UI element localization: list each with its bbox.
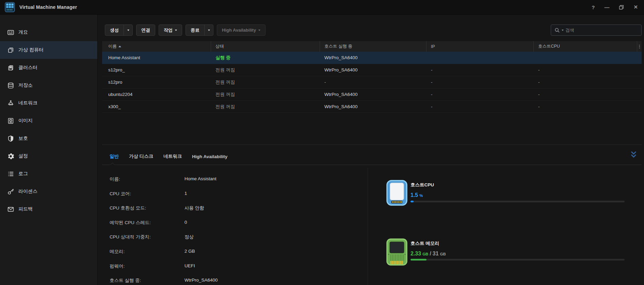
detail-field-row: 예약된 CPU 스레드:0 — [110, 220, 354, 234]
host-cpu-bar — [410, 201, 625, 202]
tab-일반[interactable]: 일반 — [110, 153, 119, 160]
search-scope-arrow[interactable] — [562, 30, 564, 31]
sidebar-item-label: 네트워크 — [18, 100, 37, 106]
table-row[interactable]: ubuntu2204전원 꺼짐WtrPro_SA6400-- — [102, 88, 642, 101]
detail-field-label: 이름: — [110, 176, 184, 182]
detail-field-row: 호스트 실행 중:WtrPro_SA6400 — [110, 278, 354, 285]
shutdown-dropdown-arrow[interactable] — [204, 25, 213, 35]
table-row[interactable]: s12pro_전원 꺼짐WtrPro_SA6400-- — [102, 64, 642, 76]
detail-field-value: Home Assistant — [184, 176, 216, 181]
column-header-cpu[interactable]: 호스트CPU — [534, 41, 637, 52]
app-title: Virtual Machine Manager — [19, 4, 77, 10]
sidebar-item-overview[interactable]: 개요 — [0, 23, 97, 41]
create-button-label[interactable]: 생성 — [105, 25, 124, 35]
toolbar: 생성 연결 작업 종료 High Availability — [105, 24, 642, 36]
detail-field-row: CPU 상대적 가중치:정상 — [110, 234, 354, 249]
detail-field-value: WtrPro_SA6400 — [184, 278, 218, 283]
host-cpu-title: 호스트CPU — [410, 182, 625, 188]
vm-host-cell: WtrPro_SA6400 — [320, 55, 426, 60]
shutdown-button-label[interactable]: 종료 — [186, 25, 204, 35]
sidebar-item-image[interactable]: 이미지 — [0, 112, 97, 130]
overview-icon — [7, 29, 14, 36]
search-box[interactable] — [551, 24, 642, 36]
high-availability-button[interactable]: High Availability — [217, 24, 265, 36]
help-icon[interactable]: ? — [592, 4, 595, 11]
sidebar-item-settings[interactable]: 설정 — [0, 147, 97, 165]
double-chevron-down-icon — [630, 151, 637, 159]
vm-ip-cell: - — [426, 92, 534, 97]
column-header-host[interactable]: 호스트 실행 중 — [320, 41, 426, 52]
column-header-label: 호스트CPU — [538, 44, 560, 49]
host-memory-gauge: 호스트 메모리 2.33GB / 31GB — [368, 238, 642, 269]
vm-cpu-cell: - — [534, 67, 637, 72]
detail-body: 이름:Home AssistantCPU 코어:1CPU 호환성 모드:사용 안… — [102, 165, 642, 265]
create-dropdown-arrow[interactable] — [124, 25, 132, 35]
action-dropdown-arrow — [175, 30, 177, 31]
sidebar-item-label: 클러스터 — [18, 65, 37, 71]
minimize-icon[interactable]: — — [604, 4, 609, 11]
sidebar-item-feedback[interactable]: 피드백 — [0, 200, 97, 218]
vmm-logo-icon — [5, 2, 15, 12]
sidebar-item-label: 피드백 — [18, 206, 33, 212]
high-availability-label: High Availability — [222, 28, 256, 33]
table-row[interactable]: x300_전원 꺼짐WtrPro_SA6400-- — [102, 101, 642, 113]
vm-table: 이름상태호스트 실행 중IP호스트CPU⋮ Home Assistant실행 중… — [102, 41, 642, 113]
sidebar-nav: 개요가상 컴퓨터클러스터저장소네트워크이미지보호설정로그라이센스피드백 — [0, 15, 98, 285]
window-controls: ? — ✕ — [592, 4, 638, 11]
column-header-label: 호스트 실행 중 — [324, 44, 352, 49]
shutdown-button[interactable]: 종료 — [186, 24, 213, 36]
detail-field-label: CPU 상대적 가중치: — [110, 234, 184, 240]
sidebar-item-virtual-machine[interactable]: 가상 컴퓨터 — [0, 41, 97, 59]
close-icon[interactable]: ✕ — [633, 4, 638, 11]
vm-host-cell: WtrPro_SA6400 — [320, 104, 426, 109]
sidebar-item-network[interactable]: 네트워크 — [0, 94, 97, 112]
column-header-ip[interactable]: IP — [426, 41, 534, 52]
detail-field-row: CPU 코어:1 — [110, 191, 354, 205]
vm-ip-cell: - — [426, 80, 534, 85]
create-button[interactable]: 생성 — [105, 24, 133, 36]
tab-네트워크[interactable]: 네트워크 — [163, 153, 182, 160]
sidebar-item-cluster[interactable]: 클러스터 — [0, 59, 97, 77]
column-menu-icon[interactable]: ⋮ — [637, 41, 642, 52]
table-row[interactable]: Home Assistant실행 중WtrPro_SA6400 — [102, 52, 642, 64]
connect-button-label[interactable]: 연결 — [136, 25, 155, 35]
settings-icon — [7, 153, 14, 160]
sidebar-item-log[interactable]: 로그 — [0, 165, 97, 183]
vm-status-cell: 전원 꺼짐 — [211, 91, 320, 98]
vm-host-cell: WtrPro_SA6400 — [320, 67, 426, 72]
table-row[interactable]: s12pro전원 꺼짐--- — [102, 76, 642, 88]
sidebar-item-storage[interactable]: 저장소 — [0, 77, 97, 94]
search-input[interactable] — [565, 28, 638, 33]
vm-general-fields: 이름:Home AssistantCPU 코어:1CPU 호환성 모드:사용 안… — [102, 165, 354, 285]
vm-name-cell: ubuntu2204 — [102, 92, 211, 97]
sidebar-item-label: 보호 — [18, 135, 28, 141]
vm-table-body: Home Assistant실행 중WtrPro_SA6400s12pro_전원… — [102, 52, 642, 113]
column-header-label: 상태 — [215, 44, 224, 49]
collapse-panel-button[interactable] — [630, 150, 637, 159]
sidebar-item-label: 가상 컴퓨터 — [18, 47, 44, 53]
restore-icon[interactable] — [619, 4, 624, 11]
vm-status-cell: 전원 꺼짐 — [211, 67, 320, 73]
cpu-chip-icon — [386, 180, 407, 206]
protection-icon — [7, 135, 14, 142]
sidebar-item-protection[interactable]: 보호 — [0, 130, 97, 147]
detail-field-row: 펌웨어:UEFI — [110, 263, 354, 278]
vm-host-cell: WtrPro_SA6400 — [320, 92, 426, 97]
host-memory-value: 2.33GB / 31GB — [410, 251, 625, 257]
sidebar-item-label: 설정 — [18, 153, 28, 159]
detail-field-value: UEFI — [184, 263, 195, 268]
host-memory-title: 호스트 메모리 — [410, 240, 625, 247]
sidebar-item-license[interactable]: 라이센스 — [0, 183, 97, 200]
tab-high-availability[interactable]: High Availability — [192, 154, 227, 159]
action-button[interactable]: 작업 — [159, 24, 182, 36]
column-header-status[interactable]: 상태 — [211, 41, 320, 52]
detail-field-label: 호스트 실행 중: — [110, 278, 184, 284]
tab-가상-디스크[interactable]: 가상 디스크 — [129, 153, 153, 160]
column-header-name[interactable]: 이름 — [102, 41, 211, 52]
vm-cpu-cell: - — [534, 104, 637, 109]
detail-field-label: 예약된 CPU 스레드: — [110, 220, 184, 226]
license-icon — [7, 188, 14, 195]
vmm-window: Virtual Machine Manager ? — ✕ 개요가상 컴퓨터클러… — [0, 0, 644, 285]
cluster-icon — [7, 64, 14, 71]
connect-button[interactable]: 연결 — [136, 24, 155, 36]
